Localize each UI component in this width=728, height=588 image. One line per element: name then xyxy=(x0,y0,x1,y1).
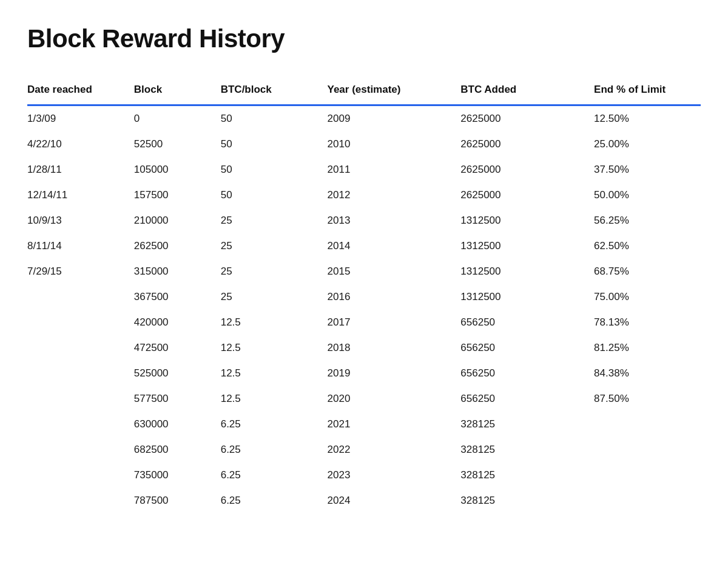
table-row: 42000012.5201765625078.13% xyxy=(27,310,701,335)
cell-btc-added: 656250 xyxy=(460,361,594,386)
table-row: 12/14/11157500502012262500050.00% xyxy=(27,182,701,208)
cell-end-limit xyxy=(594,437,701,463)
cell-date xyxy=(27,437,134,463)
table-header-row: Date reached Block BTC/block Year (estim… xyxy=(27,78,701,105)
cell-block: 525000 xyxy=(134,361,221,386)
cell-end-limit: 62.50% xyxy=(594,233,701,259)
cell-year: 2013 xyxy=(328,208,461,233)
cell-end-limit: 68.75% xyxy=(594,259,701,284)
cell-block: 630000 xyxy=(134,412,221,437)
cell-date: 8/11/14 xyxy=(27,233,134,259)
cell-btc-added: 1312500 xyxy=(460,233,594,259)
cell-block: 0 xyxy=(134,105,221,132)
cell-btc-added: 1312500 xyxy=(460,284,594,310)
cell-year: 2011 xyxy=(328,157,461,182)
cell-end-limit xyxy=(594,463,701,488)
cell-btc-added: 2625000 xyxy=(460,105,594,132)
cell-block: 157500 xyxy=(134,182,221,208)
cell-btc-block: 25 xyxy=(221,284,328,310)
cell-date xyxy=(27,335,134,361)
cell-block: 472500 xyxy=(134,335,221,361)
cell-btc-block: 25 xyxy=(221,208,328,233)
cell-block: 420000 xyxy=(134,310,221,335)
cell-btc-block: 12.5 xyxy=(221,361,328,386)
cell-btc-block: 50 xyxy=(221,132,328,157)
table-row: 1/28/11105000502011262500037.50% xyxy=(27,157,701,182)
cell-block: 315000 xyxy=(134,259,221,284)
cell-btc-block: 6.25 xyxy=(221,463,328,488)
cell-btc-added: 1312500 xyxy=(460,208,594,233)
cell-date: 7/29/15 xyxy=(27,259,134,284)
cell-end-limit: 37.50% xyxy=(594,157,701,182)
table-row: 8/11/14262500252014131250062.50% xyxy=(27,233,701,259)
cell-btc-block: 50 xyxy=(221,157,328,182)
cell-date: 12/14/11 xyxy=(27,182,134,208)
cell-date xyxy=(27,386,134,412)
cell-btc-added: 2625000 xyxy=(460,132,594,157)
cell-date xyxy=(27,310,134,335)
cell-block: 210000 xyxy=(134,208,221,233)
cell-date: 1/28/11 xyxy=(27,157,134,182)
table-row: 7875006.252024328125 xyxy=(27,488,701,513)
col-header-btc-added: BTC Added xyxy=(460,78,594,105)
cell-year: 2022 xyxy=(328,437,461,463)
cell-block: 52500 xyxy=(134,132,221,157)
cell-date xyxy=(27,412,134,437)
cell-btc-added: 328125 xyxy=(460,412,594,437)
block-reward-table: Date reached Block BTC/block Year (estim… xyxy=(27,78,701,513)
table-row: 367500252016131250075.00% xyxy=(27,284,701,310)
cell-year: 2014 xyxy=(328,233,461,259)
table-row: 6825006.252022328125 xyxy=(27,437,701,463)
cell-block: 682500 xyxy=(134,437,221,463)
table-row: 47250012.5201865625081.25% xyxy=(27,335,701,361)
cell-year: 2010 xyxy=(328,132,461,157)
cell-btc-block: 6.25 xyxy=(221,488,328,513)
cell-btc-block: 12.5 xyxy=(221,310,328,335)
cell-end-limit: 87.50% xyxy=(594,386,701,412)
col-header-end-limit: End % of Limit xyxy=(594,78,701,105)
page-title: Block Reward History xyxy=(27,24,701,53)
cell-btc-block: 12.5 xyxy=(221,386,328,412)
cell-year: 2018 xyxy=(328,335,461,361)
cell-end-limit: 78.13% xyxy=(594,310,701,335)
cell-year: 2017 xyxy=(328,310,461,335)
cell-date: 10/9/13 xyxy=(27,208,134,233)
cell-block: 787500 xyxy=(134,488,221,513)
cell-end-limit: 12.50% xyxy=(594,105,701,132)
cell-btc-block: 50 xyxy=(221,182,328,208)
table-row: 4/22/1052500502010262500025.00% xyxy=(27,132,701,157)
cell-btc-added: 328125 xyxy=(460,488,594,513)
cell-end-limit: 56.25% xyxy=(594,208,701,233)
table-row: 6300006.252021328125 xyxy=(27,412,701,437)
cell-btc-added: 328125 xyxy=(460,463,594,488)
cell-end-limit xyxy=(594,488,701,513)
cell-block: 367500 xyxy=(134,284,221,310)
col-header-year: Year (estimate) xyxy=(328,78,461,105)
cell-end-limit xyxy=(594,412,701,437)
cell-btc-added: 2625000 xyxy=(460,157,594,182)
table-row: 7/29/15315000252015131250068.75% xyxy=(27,259,701,284)
table-row: 52500012.5201965625084.38% xyxy=(27,361,701,386)
table-body: 1/3/090502009262500012.50%4/22/105250050… xyxy=(27,105,701,514)
col-header-block: Block xyxy=(134,78,221,105)
cell-date xyxy=(27,361,134,386)
cell-year: 2021 xyxy=(328,412,461,437)
cell-date: 1/3/09 xyxy=(27,105,134,132)
cell-year: 2024 xyxy=(328,488,461,513)
cell-btc-block: 25 xyxy=(221,233,328,259)
cell-btc-block: 6.25 xyxy=(221,437,328,463)
cell-block: 105000 xyxy=(134,157,221,182)
cell-date xyxy=(27,284,134,310)
table-row: 1/3/090502009262500012.50% xyxy=(27,105,701,132)
cell-btc-added: 656250 xyxy=(460,335,594,361)
col-header-date: Date reached xyxy=(27,78,134,105)
cell-btc-block: 6.25 xyxy=(221,412,328,437)
cell-end-limit: 81.25% xyxy=(594,335,701,361)
cell-btc-block: 25 xyxy=(221,259,328,284)
cell-date xyxy=(27,488,134,513)
cell-year: 2012 xyxy=(328,182,461,208)
cell-btc-added: 656250 xyxy=(460,386,594,412)
cell-block: 262500 xyxy=(134,233,221,259)
cell-end-limit: 75.00% xyxy=(594,284,701,310)
cell-btc-added: 328125 xyxy=(460,437,594,463)
